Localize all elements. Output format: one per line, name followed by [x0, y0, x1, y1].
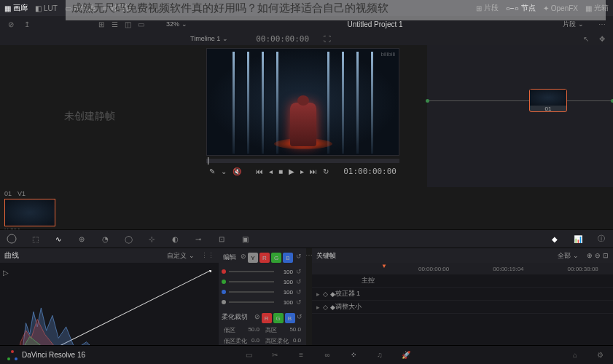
pan-icon[interactable]: ✥	[597, 33, 607, 44]
reset-icon[interactable]: ↺	[297, 313, 302, 323]
kf-sizing-row[interactable]: ▸◇ ◆ 调整大小	[312, 301, 613, 314]
luma-chip[interactable]: Y	[248, 253, 258, 263]
view-icon[interactable]: ▭	[136, 19, 146, 29]
intensity-slider[interactable]: 100↺	[222, 287, 303, 297]
tracker-icon[interactable]: ⊹	[146, 233, 157, 245]
stop-icon[interactable]: ■	[278, 167, 283, 175]
play-icon[interactable]: ▶	[289, 167, 294, 175]
curves-icon[interactable]: ∿	[52, 233, 64, 245]
color-page-icon[interactable]: ⁘	[348, 349, 359, 361]
bypass-icon[interactable]: ⊘	[6, 19, 16, 29]
grid-icon[interactable]: ⊞	[96, 19, 106, 29]
deliver-page-icon[interactable]: 🚀	[400, 349, 412, 361]
lut-tab[interactable]: ◧ LUT	[35, 4, 58, 12]
wheels-icon[interactable]	[6, 233, 17, 245]
link-icon[interactable]: ⊘	[241, 253, 246, 263]
intensity-slider[interactable]: 100↺	[222, 297, 303, 307]
kf-tracks[interactable]: 主控 ▸◇ ◆ 校正器 1 ▸◇ ◆ 调整大小	[312, 274, 613, 345]
playhead-icon[interactable]: ▼	[381, 263, 387, 269]
sizing-icon[interactable]: ⊡	[216, 233, 227, 245]
settings-icon[interactable]: ⚙	[594, 349, 606, 361]
reset-icon[interactable]: ↺	[296, 253, 302, 263]
media-page-icon[interactable]: ▭	[243, 349, 254, 361]
next-clip-icon[interactable]: ⏭	[310, 167, 317, 175]
edit-page-icon[interactable]: ≡	[295, 349, 307, 361]
gallery-tab[interactable]: ▦ 画廊	[4, 3, 28, 13]
loop-icon[interactable]: ↻	[323, 167, 329, 175]
timeline-dropdown[interactable]: Timeline 1 ⌄	[190, 35, 228, 42]
slider-value[interactable]: 100	[277, 269, 293, 275]
dots-icon[interactable]: ⋮⋮	[201, 252, 214, 259]
highsoft-value[interactable]: 0.0	[293, 337, 301, 345]
expand-icon[interactable]: ⛶	[322, 33, 332, 44]
intensity-slider[interactable]: 100↺	[222, 266, 303, 277]
blur-icon[interactable]: ◐	[169, 233, 181, 245]
reset-icon[interactable]: ↺	[296, 298, 303, 306]
list-icon[interactable]: ☰	[109, 19, 120, 29]
mute-icon[interactable]: 🔇	[233, 167, 241, 175]
app-logo[interactable]: DaVinci Resolve 16	[7, 350, 85, 360]
slider-track[interactable]	[229, 271, 274, 272]
blue-chip[interactable]: B	[285, 313, 295, 323]
kf-master-row[interactable]: 主控	[312, 274, 613, 288]
clips-dropdown[interactable]: 片段 ⌄	[563, 20, 584, 29]
slider-track[interactable]	[229, 281, 274, 282]
intensity-slider[interactable]: 100↺	[222, 277, 303, 287]
window-icon[interactable]: ◯	[122, 233, 134, 245]
slider-value[interactable]: 100	[277, 279, 293, 285]
zoom-dropdown[interactable]: 32% ⌄	[166, 20, 187, 28]
flag-dropdown[interactable]: ⌄	[221, 167, 227, 175]
split-icon[interactable]: ◫	[122, 19, 133, 29]
slider-track[interactable]	[229, 291, 274, 293]
header-timecode[interactable]: 00:00:00:00	[256, 34, 309, 44]
high-value[interactable]: 50.0	[289, 326, 301, 334]
reset-icon[interactable]: ↺	[296, 278, 303, 285]
reset-icon[interactable]: ↺	[296, 288, 303, 296]
fusion-page-icon[interactable]: ∞	[321, 349, 333, 361]
node-editor[interactable]: 01	[427, 45, 613, 187]
green-chip[interactable]: G	[271, 253, 281, 263]
prev-clip-icon[interactable]: ⏮	[256, 167, 263, 175]
scrubber[interactable]	[206, 159, 399, 163]
lowsoft-value[interactable]: 0.0	[251, 337, 259, 345]
green-chip[interactable]: G	[273, 313, 284, 323]
kf-filter-dropdown[interactable]: 全部 ⌄ ⊕ ⊖ ⊡	[558, 251, 609, 261]
options-icon[interactable]: ⋯	[597, 19, 607, 29]
kf-corrector-row[interactable]: ▸◇ ◆ 校正器 1	[312, 288, 613, 301]
info-icon[interactable]: ⓘ	[596, 233, 607, 245]
warper-icon[interactable]: ⊕	[76, 233, 87, 245]
qualifier-icon[interactable]: ◔	[99, 233, 111, 245]
kf-ruler[interactable]: 00:00:00:00 00:00:19:04 00:00:38:08 ▼	[312, 263, 613, 274]
slider-value[interactable]: 100	[277, 299, 293, 306]
red-chip[interactable]: R	[262, 313, 272, 323]
export-icon[interactable]: ↥	[22, 19, 32, 29]
marker-icon[interactable]: ✎	[209, 167, 215, 175]
scopes-icon[interactable]: 📊	[572, 233, 584, 245]
fit-icon[interactable]: ⊡	[603, 252, 609, 259]
key-icon[interactable]: ⊸	[192, 233, 204, 245]
step-back-icon[interactable]: ◂	[269, 167, 273, 175]
link-icon[interactable]: ⊘	[254, 313, 260, 323]
zoom-in-icon[interactable]: ⊕	[587, 252, 593, 259]
3d-icon[interactable]: ▣	[239, 233, 251, 245]
curves-graph[interactable]: ▷	[0, 263, 219, 345]
pointer-icon[interactable]: ↖	[581, 33, 591, 44]
keyframe-icon[interactable]: ◆	[549, 233, 561, 245]
blue-chip[interactable]: B	[283, 253, 293, 263]
zoom-out-icon[interactable]: ⊖	[595, 252, 601, 259]
step-fwd-icon[interactable]: ▸	[300, 167, 304, 175]
bars-icon[interactable]: ⬚	[29, 233, 41, 245]
node-input-dot[interactable]	[426, 99, 429, 103]
reset-icon[interactable]: ↺	[296, 268, 303, 275]
play-icon[interactable]: ▷	[3, 269, 9, 277]
cut-page-icon[interactable]: ✂	[269, 349, 281, 361]
slider-track[interactable]	[229, 301, 274, 303]
clip-thumbnail[interactable]	[4, 199, 55, 226]
slider-value[interactable]: 100	[277, 289, 293, 296]
low-value[interactable]: 50.0	[248, 326, 259, 334]
curves-mode-dropdown[interactable]: 自定义 ⌄ ⋮⋮	[167, 251, 214, 261]
fairlight-page-icon[interactable]: ♫	[374, 349, 386, 361]
panel-options[interactable]: ⋯	[306, 248, 312, 345]
red-chip[interactable]: R	[259, 253, 270, 263]
home-icon[interactable]: ⌂	[569, 349, 581, 361]
